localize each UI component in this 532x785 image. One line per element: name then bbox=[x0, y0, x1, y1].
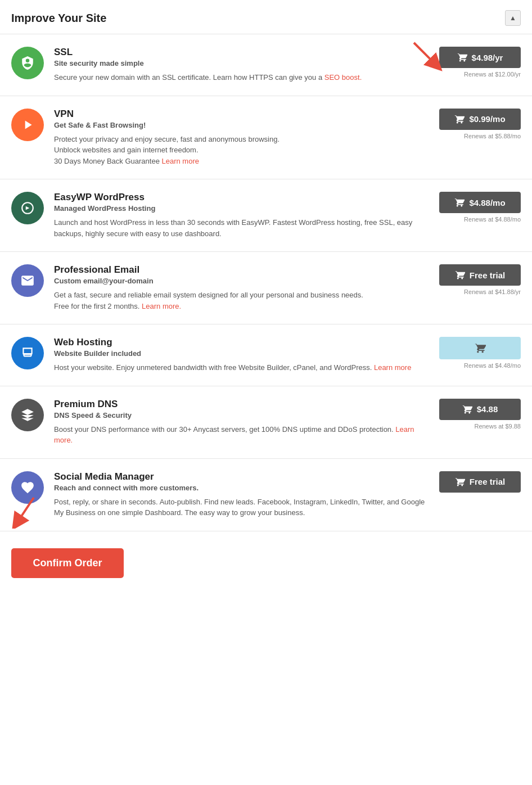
svg-line-4 bbox=[17, 498, 34, 523]
add-easywp-label: $4.88/mo bbox=[469, 198, 505, 207]
social-content: Social Media Manager Reach and connect w… bbox=[54, 471, 428, 518]
ssl-action: $4.98/yr Renews at $12.00/yr bbox=[439, 47, 521, 78]
ssl-renews: Renews at $12.00/yr bbox=[464, 71, 521, 78]
scroll-up-button[interactable]: ▲ bbox=[505, 10, 521, 26]
products-list: SSL Site security made simple Secure you… bbox=[0, 34, 532, 531]
dns-desc: Boost your DNS performance with our 30+ … bbox=[54, 424, 428, 446]
hosting-subtitle: Website Builder included bbox=[54, 349, 428, 358]
ssl-description: Secure your new domain with an SSL certi… bbox=[54, 73, 324, 82]
bottom-arrow bbox=[8, 495, 53, 529]
easywp-desc: Launch and host WordPress in less than 3… bbox=[54, 217, 428, 239]
vpn-desc: Protect your privacy and enjoy secure, f… bbox=[54, 134, 428, 167]
add-social-label: Free trial bbox=[470, 477, 505, 486]
add-dns-button[interactable]: $4.88 bbox=[439, 399, 521, 420]
vpn-subtitle: Get Safe & Fast Browsing! bbox=[54, 121, 428, 129]
vpn-icon bbox=[11, 109, 44, 141]
add-ssl-label: $4.98/yr bbox=[472, 53, 503, 62]
add-email-button[interactable]: Free trial bbox=[439, 264, 521, 286]
email-renews: Renews at $41.88/yr bbox=[464, 288, 521, 295]
add-dns-label: $4.88 bbox=[477, 404, 498, 414]
ssl-icon bbox=[11, 47, 44, 79]
easywp-action: $4.88/mo Renews at $4.88/mo bbox=[439, 192, 521, 223]
dns-subtitle: DNS Speed & Security bbox=[54, 411, 428, 419]
easywp-renews: Renews at $4.88/mo bbox=[464, 216, 521, 223]
ssl-content: SSL Site security made simple Secure you… bbox=[54, 47, 428, 83]
vpn-content: VPN Get Safe & Fast Browsing! Protect yo… bbox=[54, 109, 428, 167]
hosting-learn-more-link[interactable]: Learn more bbox=[374, 363, 411, 372]
add-vpn-label: $0.99/mo bbox=[469, 114, 505, 124]
ssl-desc: Secure your new domain with an SSL certi… bbox=[54, 72, 428, 83]
dns-action: $4.88 Renews at $9.88 bbox=[439, 399, 521, 430]
hosting-action: Renews at $4.48/mo bbox=[439, 337, 521, 369]
hosting-desc: Host your website. Enjoy unmetered bandw… bbox=[54, 362, 428, 373]
dns-description: Boost your DNS performance with our 30+ … bbox=[54, 425, 395, 434]
dns-name: Premium DNS bbox=[54, 399, 428, 410]
email-desc: Get a fast, secure and reliable email sy… bbox=[54, 290, 428, 312]
easywp-icon bbox=[11, 192, 44, 224]
email-description: Get a fast, secure and reliable email sy… bbox=[54, 291, 363, 310]
easywp-description: Launch and host WordPress in less than 3… bbox=[54, 218, 412, 238]
email-content: Professional Email Custom email@your-dom… bbox=[54, 264, 428, 312]
easywp-subtitle: Managed WordPress Hosting bbox=[54, 204, 428, 213]
vpn-learn-more-link[interactable]: Learn more bbox=[162, 157, 199, 165]
product-row-vpn: VPN Get Safe & Fast Browsing! Protect yo… bbox=[0, 96, 532, 180]
product-row-dns: Premium DNS DNS Speed & Security Boost y… bbox=[0, 386, 532, 459]
confirm-section: Confirm Order bbox=[0, 531, 532, 589]
email-icon bbox=[11, 264, 44, 297]
product-row-easywp: EasyWP WordPress Managed WordPress Hosti… bbox=[0, 179, 532, 252]
add-email-label: Free trial bbox=[470, 270, 505, 280]
easywp-content: EasyWP WordPress Managed WordPress Hosti… bbox=[54, 192, 428, 239]
hosting-renews: Renews at $4.48/mo bbox=[464, 362, 521, 369]
add-hosting-button[interactable] bbox=[439, 337, 521, 359]
product-row-ssl: SSL Site security made simple Secure you… bbox=[0, 34, 532, 96]
add-vpn-button[interactable]: $0.99/mo bbox=[439, 109, 521, 130]
social-action: Free trial bbox=[439, 471, 521, 495]
dns-icon bbox=[11, 399, 44, 431]
product-row-hosting: Web Hosting Website Builder included Hos… bbox=[0, 324, 532, 386]
social-name: Social Media Manager bbox=[54, 471, 428, 482]
easywp-name: EasyWP WordPress bbox=[54, 192, 428, 203]
vpn-renews: Renews at $5.88/mo bbox=[464, 133, 521, 139]
social-subtitle: Reach and connect with more customers. bbox=[54, 484, 428, 492]
email-name: Professional Email bbox=[54, 264, 428, 276]
vpn-action: $0.99/mo Renews at $5.88/mo bbox=[439, 109, 521, 139]
hosting-content: Web Hosting Website Builder included Hos… bbox=[54, 337, 428, 373]
ssl-name: SSL bbox=[54, 47, 428, 58]
add-ssl-button[interactable]: $4.98/yr bbox=[439, 47, 521, 68]
add-social-button[interactable]: Free trial bbox=[439, 471, 521, 493]
social-description: Post, reply, or share in seconds. Auto-p… bbox=[54, 498, 425, 517]
hosting-name: Web Hosting bbox=[54, 337, 428, 348]
confirm-order-button[interactable]: Confirm Order bbox=[11, 548, 124, 578]
page-header: Improve Your Site ▲ bbox=[0, 0, 532, 34]
page-title: Improve Your Site bbox=[11, 12, 106, 25]
hosting-icon bbox=[11, 337, 44, 369]
product-row-email: Professional Email Custom email@your-dom… bbox=[0, 252, 532, 324]
social-desc: Post, reply, or share in seconds. Auto-p… bbox=[54, 497, 428, 518]
dns-renews: Renews at $9.88 bbox=[474, 423, 521, 430]
vpn-name: VPN bbox=[54, 109, 428, 120]
email-learn-more-link[interactable]: Learn more. bbox=[142, 302, 181, 310]
add-easywp-button[interactable]: $4.88/mo bbox=[439, 192, 521, 213]
email-action: Free trial Renews at $41.88/yr bbox=[439, 264, 521, 295]
dns-content: Premium DNS DNS Speed & Security Boost y… bbox=[54, 399, 428, 446]
product-row-social: Social Media Manager Reach and connect w… bbox=[0, 459, 532, 531]
email-subtitle: Custom email@your-domain bbox=[54, 277, 428, 285]
hosting-description: Host your website. Enjoy unmetered bandw… bbox=[54, 363, 374, 372]
ssl-subtitle: Site security made simple bbox=[54, 59, 428, 67]
ssl-learn-more-link[interactable]: SEO boost. bbox=[324, 73, 362, 82]
